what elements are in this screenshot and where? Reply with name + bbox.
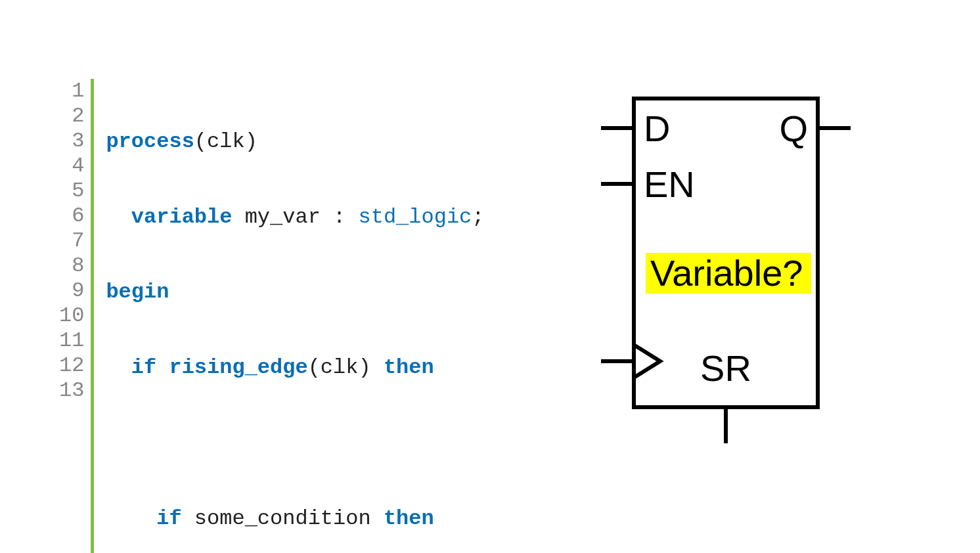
- line-number: 12: [59, 353, 84, 378]
- code-body: process(clk) variable my_var : std_logic…: [106, 79, 484, 553]
- line-number: 6: [59, 204, 84, 229]
- line-number: 4: [59, 154, 84, 179]
- line-number: 1: [59, 79, 84, 104]
- code-keyword: variable: [131, 205, 233, 229]
- line-number: 8: [59, 254, 84, 278]
- gutter-bar: [91, 79, 94, 553]
- line-number: 7: [59, 229, 84, 254]
- label-d: D: [644, 108, 670, 149]
- code-function: rising_edge: [169, 355, 307, 380]
- code-text: [156, 355, 169, 380]
- flip-flop-diagram: D Q EN Variable? SR: [485, 79, 941, 453]
- line-number: 11: [59, 328, 84, 353]
- code-text: some_condition: [182, 506, 384, 531]
- code-type: std_logic: [358, 205, 472, 229]
- code-keyword: then: [384, 506, 434, 531]
- code-text: ;: [472, 205, 484, 229]
- code-keyword: process: [106, 129, 194, 154]
- label-variable: Variable?: [650, 252, 803, 294]
- line-number: 2: [59, 104, 84, 129]
- code-block: 1 2 3 4 5 6 7 8 9 10 11 12 13 process(cl…: [59, 79, 485, 553]
- flip-flop-svg: D Q EN Variable? SR: [588, 85, 864, 453]
- code-text: (clk): [308, 355, 384, 380]
- line-number: 13: [59, 378, 84, 403]
- clock-triangle-icon: [634, 345, 660, 378]
- code-text: [106, 355, 131, 380]
- code-keyword: then: [384, 355, 434, 380]
- line-number-gutter: 1 2 3 4 5 6 7 8 9 10 11 12 13: [59, 79, 91, 553]
- code-keyword: if: [156, 506, 181, 531]
- code-text: my_var :: [232, 205, 358, 229]
- label-sr: SR: [700, 347, 751, 389]
- code-text: [106, 205, 131, 229]
- code-keyword: begin: [106, 280, 169, 304]
- code-text: [106, 506, 156, 531]
- line-number: 9: [59, 278, 84, 303]
- line-number: 3: [59, 129, 84, 154]
- line-number: 10: [59, 303, 84, 328]
- line-number: 5: [59, 179, 84, 204]
- code-text: (clk): [194, 129, 257, 154]
- code-keyword: if: [131, 355, 156, 380]
- label-q: Q: [779, 108, 808, 149]
- label-en: EN: [644, 164, 695, 205]
